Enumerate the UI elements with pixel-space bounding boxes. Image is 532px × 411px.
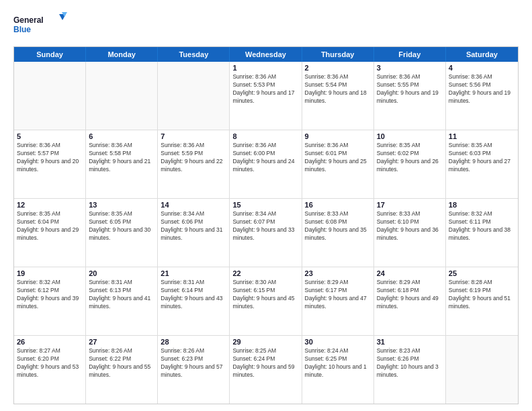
cell-info: Sunrise: 8:35 AM Sunset: 6:04 PM Dayligh… [17,210,83,242]
calendar-cell: 6Sunrise: 8:36 AM Sunset: 5:58 PM Daylig… [86,130,158,198]
calendar-cell: 4Sunrise: 8:36 AM Sunset: 5:56 PM Daylig… [446,62,518,130]
cell-info: Sunrise: 8:31 AM Sunset: 6:14 PM Dayligh… [161,279,226,311]
calendar-week-4: 19Sunrise: 8:32 AM Sunset: 6:12 PM Dayli… [14,267,518,335]
day-number: 20 [89,269,154,277]
day-number: 16 [305,201,371,209]
cell-info: Sunrise: 8:30 AM Sunset: 6:15 PM Dayligh… [232,279,298,311]
header-day-thursday: Thursday [302,47,374,62]
day-number: 21 [161,269,226,277]
calendar-cell: 27Sunrise: 8:26 AM Sunset: 6:22 PM Dayli… [86,336,158,404]
svg-text:Blue: Blue [13,25,31,34]
day-number: 10 [377,132,443,140]
day-number: 14 [161,201,226,209]
day-number: 5 [17,132,83,140]
calendar-week-5: 26Sunrise: 8:27 AM Sunset: 6:20 PM Dayli… [14,335,518,404]
cell-info: Sunrise: 8:36 AM Sunset: 5:58 PM Dayligh… [89,142,154,174]
cell-info: Sunrise: 8:29 AM Sunset: 6:18 PM Dayligh… [377,279,443,311]
logo-svg: General Blue [13,11,67,41]
calendar-cell: 26Sunrise: 8:27 AM Sunset: 6:20 PM Dayli… [14,336,86,404]
cell-info: Sunrise: 8:33 AM Sunset: 6:08 PM Dayligh… [305,210,371,242]
calendar-week-1: 1Sunrise: 8:36 AM Sunset: 5:53 PM Daylig… [14,62,518,130]
calendar-cell: 18Sunrise: 8:32 AM Sunset: 6:11 PM Dayli… [446,199,518,267]
calendar-week-2: 5Sunrise: 8:36 AM Sunset: 5:57 PM Daylig… [14,130,518,198]
calendar-cell: 7Sunrise: 8:36 AM Sunset: 5:59 PM Daylig… [158,130,230,198]
day-number: 31 [377,338,443,346]
cell-info: Sunrise: 8:33 AM Sunset: 6:10 PM Dayligh… [377,210,443,242]
cell-info: Sunrise: 8:24 AM Sunset: 6:25 PM Dayligh… [305,347,371,379]
day-number: 11 [449,132,515,140]
day-number: 4 [449,64,515,72]
calendar-cell: 25Sunrise: 8:28 AM Sunset: 6:19 PM Dayli… [446,267,518,335]
calendar-cell: 13Sunrise: 8:35 AM Sunset: 6:05 PM Dayli… [86,199,158,267]
calendar-cell: 31Sunrise: 8:23 AM Sunset: 6:26 PM Dayli… [374,336,446,404]
page: General Blue SundayMondayTuesdayWednesda… [0,0,532,411]
cell-info: Sunrise: 8:32 AM Sunset: 6:12 PM Dayligh… [17,279,83,311]
calendar-cell: 29Sunrise: 8:25 AM Sunset: 6:24 PM Dayli… [230,336,302,404]
day-number: 3 [377,64,443,72]
day-number: 15 [232,201,298,209]
day-number: 24 [377,269,443,277]
cell-info: Sunrise: 8:36 AM Sunset: 5:54 PM Dayligh… [305,73,371,105]
calendar-cell: 21Sunrise: 8:31 AM Sunset: 6:14 PM Dayli… [158,267,230,335]
cell-info: Sunrise: 8:23 AM Sunset: 6:26 PM Dayligh… [377,347,443,379]
header-day-friday: Friday [374,47,446,62]
calendar-cell: 8Sunrise: 8:36 AM Sunset: 6:00 PM Daylig… [230,130,302,198]
day-number: 1 [232,64,298,72]
cell-info: Sunrise: 8:36 AM Sunset: 5:57 PM Dayligh… [17,142,83,174]
day-number: 27 [89,338,154,346]
cell-info: Sunrise: 8:36 AM Sunset: 5:59 PM Dayligh… [161,142,226,174]
cell-info: Sunrise: 8:35 AM Sunset: 6:03 PM Dayligh… [449,142,515,174]
day-number: 28 [161,338,226,346]
header: General Blue [13,11,519,41]
cell-info: Sunrise: 8:36 AM Sunset: 6:00 PM Dayligh… [232,142,298,174]
header-day-saturday: Saturday [446,47,518,62]
cell-info: Sunrise: 8:29 AM Sunset: 6:17 PM Dayligh… [305,279,371,311]
cell-info: Sunrise: 8:34 AM Sunset: 6:06 PM Dayligh… [161,210,226,242]
header-day-sunday: Sunday [14,47,86,62]
logo: General Blue [13,11,67,41]
calendar-cell: 10Sunrise: 8:35 AM Sunset: 6:02 PM Dayli… [374,130,446,198]
calendar-cell: 12Sunrise: 8:35 AM Sunset: 6:04 PM Dayli… [14,199,86,267]
day-number: 6 [89,132,154,140]
day-number: 26 [17,338,83,346]
cell-info: Sunrise: 8:36 AM Sunset: 6:01 PM Dayligh… [305,142,371,174]
cell-info: Sunrise: 8:28 AM Sunset: 6:19 PM Dayligh… [449,279,515,311]
cell-info: Sunrise: 8:26 AM Sunset: 6:23 PM Dayligh… [161,347,226,379]
day-number: 29 [232,338,298,346]
day-number: 9 [305,132,371,140]
header-day-wednesday: Wednesday [230,47,302,62]
day-number: 17 [377,201,443,209]
cell-info: Sunrise: 8:36 AM Sunset: 5:55 PM Dayligh… [377,73,443,105]
calendar-cell [158,62,230,130]
day-number: 19 [17,269,83,277]
calendar-cell: 14Sunrise: 8:34 AM Sunset: 6:06 PM Dayli… [158,199,230,267]
cell-info: Sunrise: 8:26 AM Sunset: 6:22 PM Dayligh… [89,347,154,379]
calendar-body: 1Sunrise: 8:36 AM Sunset: 5:53 PM Daylig… [14,62,518,404]
cell-info: Sunrise: 8:25 AM Sunset: 6:24 PM Dayligh… [232,347,298,379]
calendar-cell: 28Sunrise: 8:26 AM Sunset: 6:23 PM Dayli… [158,336,230,404]
day-number: 8 [232,132,298,140]
calendar-cell: 16Sunrise: 8:33 AM Sunset: 6:08 PM Dayli… [302,199,374,267]
calendar-cell [14,62,86,130]
calendar-cell: 3Sunrise: 8:36 AM Sunset: 5:55 PM Daylig… [374,62,446,130]
cell-info: Sunrise: 8:35 AM Sunset: 6:05 PM Dayligh… [89,210,154,242]
day-number: 13 [89,201,154,209]
day-number: 22 [232,269,298,277]
day-number: 23 [305,269,371,277]
calendar-cell: 9Sunrise: 8:36 AM Sunset: 6:01 PM Daylig… [302,130,374,198]
cell-info: Sunrise: 8:35 AM Sunset: 6:02 PM Dayligh… [377,142,443,174]
calendar-cell: 22Sunrise: 8:30 AM Sunset: 6:15 PM Dayli… [230,267,302,335]
calendar-cell: 19Sunrise: 8:32 AM Sunset: 6:12 PM Dayli… [14,267,86,335]
day-number: 2 [305,64,371,72]
day-number: 18 [449,201,515,209]
day-number: 30 [305,338,371,346]
calendar-cell: 24Sunrise: 8:29 AM Sunset: 6:18 PM Dayli… [374,267,446,335]
calendar-cell: 30Sunrise: 8:24 AM Sunset: 6:25 PM Dayli… [302,336,374,404]
calendar-cell: 23Sunrise: 8:29 AM Sunset: 6:17 PM Dayli… [302,267,374,335]
calendar-cell [446,336,518,404]
calendar-cell: 17Sunrise: 8:33 AM Sunset: 6:10 PM Dayli… [374,199,446,267]
cell-info: Sunrise: 8:36 AM Sunset: 5:53 PM Dayligh… [232,73,298,105]
calendar-week-3: 12Sunrise: 8:35 AM Sunset: 6:04 PM Dayli… [14,198,518,267]
cell-info: Sunrise: 8:31 AM Sunset: 6:13 PM Dayligh… [89,279,154,311]
cell-info: Sunrise: 8:32 AM Sunset: 6:11 PM Dayligh… [449,210,515,242]
